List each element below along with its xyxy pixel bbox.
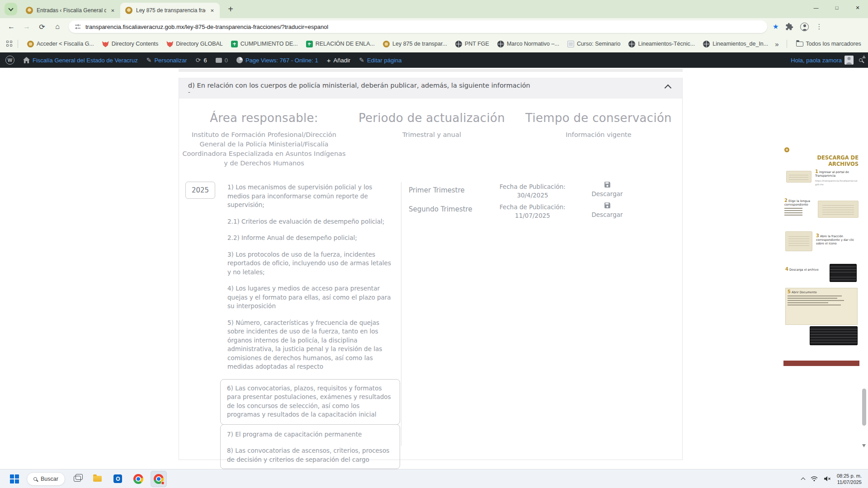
globe-icon: [628, 41, 635, 47]
page-scrollbar[interactable]: [861, 52, 868, 469]
tab-title: Entradas ‹ Fiscalía General del E: [37, 7, 106, 14]
comments-menu[interactable]: 0: [216, 57, 228, 64]
bookmark-item[interactable]: Acceder < Fiscalía G...: [27, 41, 94, 47]
back-button[interactable]: ←: [5, 20, 18, 33]
edit-page-menu[interactable]: ✎Editar página: [359, 56, 401, 64]
all-bookmarks-button[interactable]: Todos los marcadores: [796, 41, 861, 47]
directory-icon: [102, 41, 109, 47]
bookmark-label: Lineamientos-Técnic...: [638, 41, 695, 47]
publication-date-block: Fecha de Publicación: 11/07/2025: [492, 203, 573, 220]
comment-bubble-icon: [216, 58, 222, 63]
menu-dots-icon[interactable]: ⋮: [816, 23, 822, 31]
save-floppy-icon[interactable]: [604, 181, 611, 188]
profile-avatar-icon[interactable]: [800, 23, 809, 31]
close-tab-icon[interactable]: ✕: [208, 7, 216, 14]
url-text: transparencia.fiscaliaveracruz.gob.mx/le…: [85, 23, 328, 30]
divider: [787, 40, 787, 48]
wp-logo-menu[interactable]: W: [5, 56, 14, 65]
chrome-active-button[interactable]: [151, 471, 167, 487]
taskbar-search[interactable]: Buscar: [27, 472, 65, 486]
close-window-button[interactable]: ✕: [847, 0, 868, 15]
new-content-menu[interactable]: +Añadir: [327, 56, 350, 64]
minimize-button[interactable]: —: [806, 0, 826, 15]
bookmark-item[interactable]: RELACIÓN DE ENLA...: [306, 41, 375, 47]
bookmarks-overflow-icon[interactable]: »: [775, 40, 778, 48]
outlook-button[interactable]: O: [110, 471, 126, 487]
bookmark-item[interactable]: Lineamientos_de_In...: [703, 41, 768, 47]
scroll-down-icon[interactable]: [862, 444, 866, 447]
step5-text: 5Abrir Documento: [788, 290, 855, 305]
extensions-puzzle-icon[interactable]: [785, 23, 793, 31]
download-link[interactable]: Descargar: [576, 190, 639, 197]
taskbar-clock[interactable]: 08:25 p. m. 11/07/2025: [837, 473, 862, 485]
scrollbar-thumb[interactable]: [862, 389, 866, 426]
browser-tab-strip: Entradas ‹ Fiscalía General del E ✕ Ley …: [0, 0, 868, 18]
sheets-icon: [306, 41, 313, 47]
accordion-header[interactable]: d) En relación con los cuerpos de policí…: [179, 78, 682, 99]
bookmark-item[interactable]: PNT FGE: [455, 41, 489, 47]
chevron-down-icon: [8, 6, 13, 11]
page-views-menu[interactable]: Page Views: 767 - Online: 1: [236, 57, 318, 64]
task-view-button[interactable]: [69, 471, 85, 487]
accordion-subtitle: -: [188, 89, 655, 95]
step4-thumbnail: [830, 264, 857, 282]
year-selector[interactable]: 2025: [185, 182, 215, 199]
bookmark-item[interactable]: Curso: Seminario: [567, 41, 621, 47]
globe-icon: [703, 41, 710, 47]
apps-grid-icon[interactable]: [6, 41, 13, 47]
start-button[interactable]: [6, 471, 23, 487]
home-button[interactable]: ⌂: [51, 20, 64, 33]
column-area-responsable: Área responsable: Instituto de Formación…: [180, 111, 348, 168]
fecha-label: Fecha de Publicación:: [492, 183, 573, 191]
bookmark-item[interactable]: Ley 875 de transpar...: [383, 41, 447, 47]
bookmark-item[interactable]: CUMPLIMIENTO DE...: [231, 41, 298, 47]
tab-search-button[interactable]: [5, 3, 17, 15]
download-link[interactable]: Descargar: [576, 211, 639, 218]
file-explorer-button[interactable]: [90, 471, 106, 487]
tab-ley-875[interactable]: Ley 875 de transparencia fracci ✕: [120, 3, 220, 18]
maximize-button[interactable]: □: [826, 0, 847, 15]
fiscalia-seal-icon: [383, 41, 390, 47]
pie-chart-icon: [236, 57, 243, 63]
my-account-menu[interactable]: Hola, paola zamora: [791, 56, 854, 65]
page-content: d) En relación con los cuerpos de policí…: [0, 68, 861, 469]
new-tab-button[interactable]: +: [224, 3, 237, 15]
volume-icon[interactable]: [824, 476, 831, 482]
customize-menu[interactable]: ✎Personalizar: [146, 56, 187, 64]
updates-menu[interactable]: ⟳6: [196, 56, 207, 64]
edit-page-label: Editar página: [367, 57, 402, 64]
scroll-up-icon[interactable]: [862, 55, 866, 58]
fecha-value: 30/4/2025: [492, 191, 573, 200]
bookmark-item[interactable]: Marco Normativo –...: [497, 41, 559, 47]
forward-button[interactable]: →: [20, 20, 33, 33]
wifi-icon[interactable]: [811, 476, 818, 482]
reload-button[interactable]: ⟳: [36, 20, 48, 33]
item-6-highlight-box: 6) Las convocatorias, plazos, requisitos…: [220, 379, 400, 425]
avatar: [844, 56, 854, 65]
add-label: Añadir: [334, 57, 351, 64]
chevron-up-icon[interactable]: [665, 84, 672, 92]
bookmark-star-icon[interactable]: ★: [773, 23, 778, 31]
updates-icon: ⟳: [196, 56, 201, 64]
column-subtitle: Instituto de Formación Profesional/Direc…: [180, 130, 348, 168]
all-bookmarks-label: Todos los marcadores: [806, 41, 861, 47]
address-bar[interactable]: transparencia.fiscaliaveracruz.gob.mx/le…: [69, 20, 767, 33]
bookmark-item[interactable]: Directory Contents: [102, 41, 159, 47]
list-item: 2.2) Informe Anual de desempeño policial…: [227, 234, 396, 243]
site-settings-tune-icon[interactable]: [74, 23, 81, 30]
bookmark-label: Acceder < Fiscalía G...: [37, 41, 94, 47]
tray-chevron-icon[interactable]: [801, 477, 806, 482]
chrome-button[interactable]: [130, 471, 146, 487]
list-item: 2.1) Criterios de evaluación de desempeñ…: [227, 217, 396, 226]
bookmark-item[interactable]: Directory GLOBAL: [166, 41, 223, 47]
tab-entradas[interactable]: Entradas ‹ Fiscalía General del E ✕: [21, 3, 120, 18]
list-item: 1) Los mecanismos de supervisión policia…: [227, 183, 396, 210]
bookmark-item[interactable]: Lineamientos-Técnic...: [628, 41, 695, 47]
notification-badge: [161, 481, 165, 485]
items-7-8-box: 7) El programa de capacitación permanent…: [220, 424, 400, 469]
column-subtitle: Información vigente: [515, 130, 682, 140]
save-floppy-icon[interactable]: [604, 202, 611, 209]
close-tab-icon[interactable]: ✕: [109, 7, 117, 14]
clock-time: 08:25 p. m.: [837, 473, 862, 479]
site-name-menu[interactable]: Fiscalía General del Estado de Veracruz: [23, 57, 138, 64]
